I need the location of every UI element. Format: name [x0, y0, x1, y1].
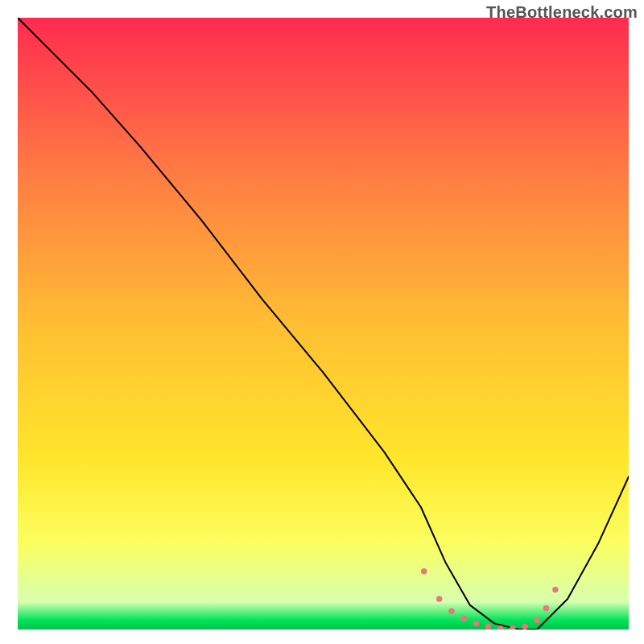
optimal-zone-marker-dot — [552, 587, 559, 593]
optimal-zone-marker-dot — [543, 605, 550, 612]
optimal-zone-marker-dot — [436, 596, 443, 602]
optimal-zone-marker-dot — [421, 568, 427, 575]
gradient-background — [18, 18, 629, 630]
optimal-zone-marker-dot — [448, 608, 455, 614]
optimal-zone-marker-dot — [485, 623, 492, 630]
optimal-zone-marker-dot — [534, 617, 540, 624]
optimal-zone-marker-dot — [522, 623, 528, 630]
optimal-zone-marker-dot — [473, 621, 480, 627]
chart-container: TheBottleneck.com — [0, 0, 644, 644]
optimal-zone-marker-dot — [460, 616, 467, 622]
bottleneck-chart — [18, 18, 629, 630]
